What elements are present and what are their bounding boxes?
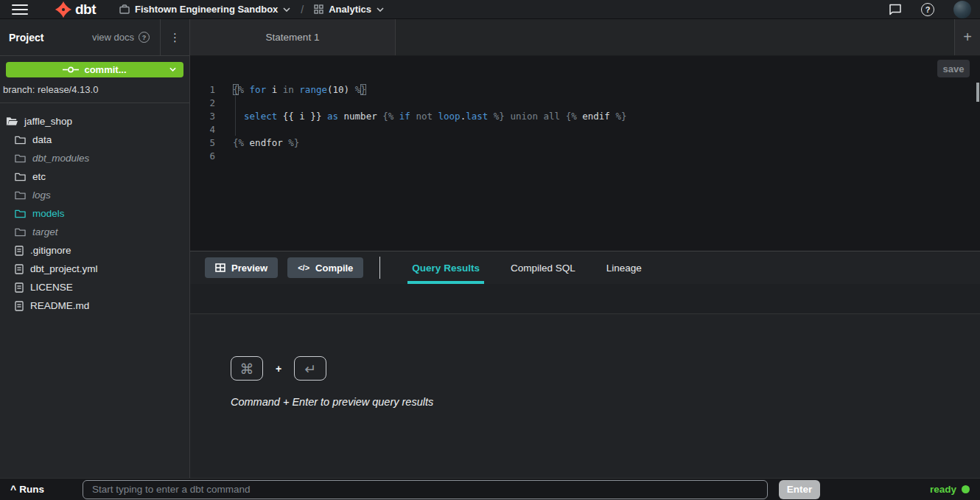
code-line[interactable]: 4 xyxy=(190,122,980,136)
folder-icon xyxy=(15,172,26,181)
workspace-selector[interactable]: Fishtown Engineering Sandbox xyxy=(119,4,290,15)
file-tree-label: .gitignore xyxy=(30,245,71,256)
file-tree-label: etc xyxy=(32,171,46,182)
chevron-down-icon xyxy=(377,7,384,12)
help-icon[interactable]: ? xyxy=(921,3,934,16)
line-number: 5 xyxy=(190,137,220,148)
code-line[interactable]: 2 xyxy=(190,96,980,109)
folder-icon xyxy=(15,153,26,163)
branch-label: branch: release/4.13.0 xyxy=(0,77,189,103)
runs-toggle[interactable]: ^ Runs xyxy=(10,484,83,496)
code-line[interactable]: 3 select {{ i }} as number {% if not loo… xyxy=(190,109,980,122)
file-tree-label: README.md xyxy=(30,300,89,311)
code-line[interactable]: 1{% for i in range(10) %} xyxy=(190,83,980,96)
file-tree-label: dbt_modules xyxy=(32,153,89,164)
sidebar-item-logs[interactable]: logs xyxy=(0,186,189,204)
line-number: 6 xyxy=(190,150,220,162)
status-label: ready xyxy=(930,484,956,495)
top-navigation-bar: dbt Fishtown Engineering Sandbox / xyxy=(0,0,980,19)
kebab-menu-icon[interactable]: ⋮ xyxy=(160,19,189,55)
sidebar-item-models[interactable]: models xyxy=(0,204,189,223)
enter-button[interactable]: Enter xyxy=(779,480,820,499)
line-number: 2 xyxy=(190,97,220,108)
project-header: Project view docs ? ⋮ xyxy=(0,19,189,56)
folder-icon xyxy=(15,227,26,237)
hamburger-menu-icon[interactable] xyxy=(12,4,28,15)
table-grid-icon xyxy=(215,263,225,272)
briefcase-icon xyxy=(119,4,130,14)
results-tabs: Query ResultsCompiled SQLLineage xyxy=(396,251,657,284)
code-text: {% endfor %} xyxy=(220,137,299,148)
file-tree-label: dbt_project.yml xyxy=(30,263,98,274)
editor-scrollbar[interactable] xyxy=(976,83,979,102)
save-button[interactable]: save xyxy=(937,60,970,77)
grid-icon xyxy=(314,4,323,14)
sidebar-item-jaffle-shop[interactable]: jaffle_shop xyxy=(0,112,189,131)
file-tree: jaffle_shopdatadbt_modulesetclogsmodelst… xyxy=(0,103,189,315)
file-icon xyxy=(15,282,24,293)
indent-guide xyxy=(235,96,236,136)
file-icon xyxy=(15,246,24,256)
code-line[interactable]: 6 xyxy=(190,149,980,162)
results-subheader xyxy=(190,284,980,314)
file-tree-label: target xyxy=(32,226,58,237)
sidebar-item-data[interactable]: data xyxy=(0,131,189,149)
git-commit-icon xyxy=(63,66,79,74)
user-avatar[interactable] xyxy=(953,1,971,18)
shortcut-hint: Command + Enter to preview query results xyxy=(231,396,980,408)
code-line[interactable]: 5{% endfor %} xyxy=(190,136,980,149)
view-docs-link[interactable]: view docs ? xyxy=(92,32,150,43)
dbt-logo[interactable]: dbt xyxy=(55,1,96,18)
tab-lineage[interactable]: Lineage xyxy=(606,251,642,284)
chevron-down-icon xyxy=(283,7,290,12)
line-number: 1 xyxy=(190,84,220,95)
project-title: Project xyxy=(9,32,43,44)
toolbar-divider xyxy=(379,257,380,279)
dbt-command-input[interactable] xyxy=(83,480,768,499)
sidebar-item-dbt-project-yml[interactable]: dbt_project.yml xyxy=(0,260,189,278)
results-panel-header: Preview </> Compile Query ResultsCompile… xyxy=(190,251,980,284)
code-editor[interactable]: 1{% for i in range(10) %}23 select {{ i … xyxy=(190,81,980,251)
folder-open-icon xyxy=(6,117,18,126)
docs-help-icon: ? xyxy=(139,32,150,43)
dbt-cloud-ide: dbt Fishtown Engineering Sandbox / xyxy=(0,0,980,500)
tab-compiled-sql[interactable]: Compiled SQL xyxy=(511,251,575,284)
collapse-caret-icon: ^ xyxy=(10,484,16,496)
dbt-wordmark: dbt xyxy=(75,1,96,18)
file-icon xyxy=(15,301,24,311)
tab-statement-1[interactable]: Statement 1 xyxy=(190,19,396,55)
file-tree-label: LICENSE xyxy=(30,282,73,293)
line-number: 4 xyxy=(190,124,220,135)
enter-key-icon: ↵ xyxy=(294,356,326,381)
tab-query-results[interactable]: Query Results xyxy=(412,251,480,284)
sidebar-item-target[interactable]: target xyxy=(0,223,189,241)
sidebar-item-readme-md[interactable]: README.md xyxy=(0,296,189,315)
commit-button[interactable]: commit... xyxy=(6,62,183,77)
chevron-down-icon xyxy=(169,67,176,72)
sidebar-item-dbt-modules[interactable]: dbt_modules xyxy=(0,149,189,167)
results-panel: Preview </> Compile Query ResultsCompile… xyxy=(190,251,980,478)
compile-button[interactable]: </> Compile xyxy=(287,257,363,278)
code-text: {% for i in range(10) %} xyxy=(220,84,366,95)
new-tab-button[interactable]: + xyxy=(954,19,980,55)
folder-icon xyxy=(15,135,26,145)
preview-button[interactable]: Preview xyxy=(205,257,278,278)
sidebar-item--gitignore[interactable]: .gitignore xyxy=(0,241,189,260)
dbt-logo-icon xyxy=(55,1,72,18)
folder-icon xyxy=(15,209,26,218)
editor-toolbar: save xyxy=(190,56,980,81)
status-dot-icon xyxy=(962,485,970,493)
file-explorer-sidebar: Project view docs ? ⋮ commit... xyxy=(0,19,190,478)
project-name: Analytics xyxy=(329,4,371,15)
workspace-name: Fishtown Engineering Sandbox xyxy=(135,4,278,15)
folder-icon xyxy=(15,190,26,200)
file-tree-label: jaffle_shop xyxy=(24,116,72,127)
file-tree-label: logs xyxy=(32,190,51,201)
sidebar-item-license[interactable]: LICENSE xyxy=(0,278,189,296)
command-key-icon: ⌘ xyxy=(231,356,263,381)
sidebar-item-etc[interactable]: etc xyxy=(0,167,189,186)
chat-icon[interactable] xyxy=(889,4,902,15)
code-text: select {{ i }} as number {% if not loop.… xyxy=(220,111,627,122)
editor-tab-bar: Statement 1 + xyxy=(190,19,980,56)
project-selector[interactable]: Analytics xyxy=(314,4,384,15)
